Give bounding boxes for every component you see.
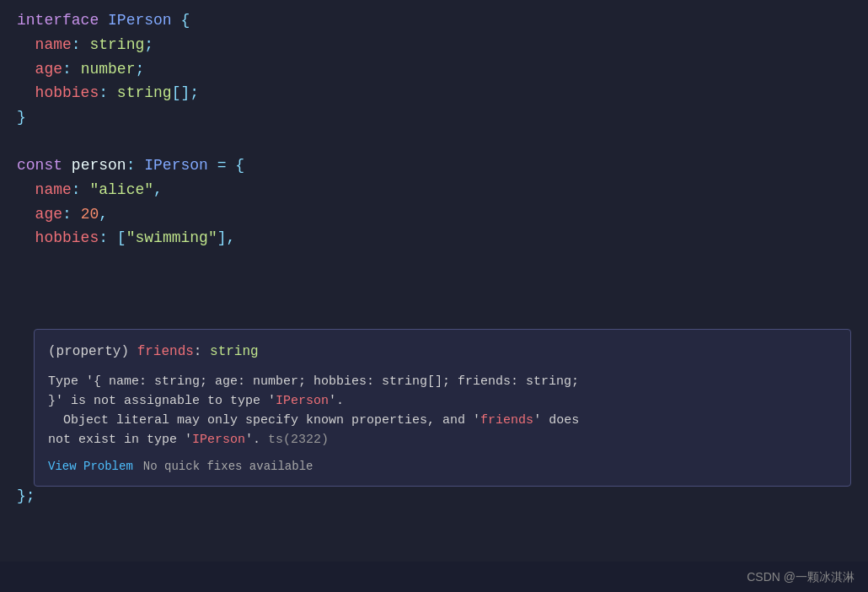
prop-age-key: age — [35, 202, 62, 227]
type-iperson: IPerson — [108, 8, 172, 33]
code-line-name-val: name : "alice" , — [17, 178, 868, 202]
code-line-age-val: age : 20 , — [17, 202, 868, 227]
type-number: number — [81, 57, 136, 82]
keyword-interface: interface — [17, 8, 99, 33]
bottom-bar: CSDN @一颗冰淇淋 — [0, 562, 868, 592]
type-string-arr: string — [117, 81, 172, 105]
prop-hobbies: hobbies — [35, 81, 99, 105]
view-problem-link[interactable]: View Problem — [48, 457, 133, 476]
no-quick-fix-text: No quick fixes available — [143, 457, 313, 476]
code-line-interface: interface IPerson { — [17, 8, 868, 33]
code-line-close-const: } ; — [17, 484, 868, 509]
prop-name-key: name — [35, 178, 72, 202]
bottom-bar-text: CSDN @一颗冰淇淋 — [747, 568, 855, 586]
keyword-const: const — [17, 153, 62, 178]
val-alice: "alice" — [89, 178, 153, 202]
tooltip-footer: View Problem No quick fixes available — [48, 457, 837, 476]
code-line-hobbies-type: hobbies : string [] ; — [17, 81, 868, 105]
prop-name: name — [35, 33, 72, 57]
code-line-age-type: age : number ; — [17, 57, 868, 82]
code-line-close-interface: } — [17, 105, 868, 130]
empty-line-1 — [17, 130, 868, 153]
open-brace: { — [180, 8, 190, 33]
code-line-hobbies-val: hobbies : [ "swimming" ] , — [17, 226, 868, 250]
var-person: person — [72, 153, 126, 178]
type-string: string — [89, 33, 144, 57]
code-line-name-type: name : string ; — [17, 33, 868, 57]
tooltip-error-text: Type '{ name: string; age: number; hobbi… — [48, 372, 837, 450]
prop-hobbies-key: hobbies — [35, 226, 99, 250]
type-iperson-ref: IPerson — [144, 153, 208, 178]
tooltip-popup: (property) friends: string Type '{ name:… — [34, 329, 851, 487]
val-20: 20 — [81, 202, 99, 227]
tooltip-signature: (property) friends: string — [48, 342, 837, 363]
code-editor: interface IPerson { name : string ; age … — [0, 0, 868, 592]
val-swimming: "swimming" — [126, 226, 217, 250]
code-line-const: const person : IPerson = { — [17, 153, 868, 178]
prop-age: age — [35, 57, 62, 82]
